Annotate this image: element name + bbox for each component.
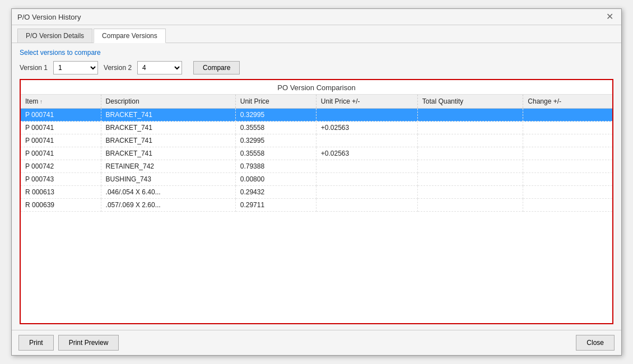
- footer-left: Print Print Preview: [18, 335, 119, 351]
- version-row: Version 1 1 2 3 4 Version 2 1 2 3 4 Comp…: [20, 61, 613, 74]
- version2-select[interactable]: 1 2 3 4: [137, 61, 182, 74]
- dialog-close-button[interactable]: ✕: [604, 12, 616, 21]
- table-cell-1: .057/.069 X 2.60...: [101, 199, 235, 212]
- panel-title: PO Version Comparison: [21, 80, 612, 95]
- compare-button[interactable]: Compare: [193, 61, 240, 74]
- table-cell-2: 0.00800: [235, 173, 316, 186]
- dialog-title: P/O Version History: [17, 13, 81, 21]
- table-cell-3: [316, 186, 417, 199]
- table-cell-2: 0.35558: [235, 147, 316, 160]
- table-cell-3: +0.02563: [316, 122, 417, 134]
- table-row[interactable]: P 000741BRACKET_7410.32995: [21, 134, 612, 147]
- table-cell-0: P 000743: [21, 173, 101, 186]
- table-cell-1: BUSHING_743: [101, 173, 235, 186]
- footer: Print Print Preview Close: [12, 330, 621, 355]
- table-cell-4: [417, 160, 523, 173]
- table-cell-4: [417, 122, 523, 134]
- table-row[interactable]: R 000613.046/.054 X 6.40...0.29432: [21, 186, 612, 199]
- tab-bar: P/O Version Details Compare Versions: [12, 25, 621, 43]
- table-cell-3: [316, 173, 417, 186]
- close-button[interactable]: Close: [576, 335, 615, 351]
- dialog: P/O Version History ✕ P/O Version Detail…: [11, 8, 622, 356]
- select-versions-link[interactable]: Select versions to compare: [20, 49, 613, 57]
- table-cell-2: 0.29711: [235, 199, 316, 212]
- table-cell-3: [316, 134, 417, 147]
- version1-label: Version 1: [20, 64, 48, 72]
- table-cell-2: 0.32995: [235, 134, 316, 147]
- table-cell-0: P 000741: [21, 134, 101, 147]
- table-cell-0: P 000741: [21, 122, 101, 134]
- table-cell-1: BRACKET_741: [101, 122, 235, 134]
- col-header-unit-price-diff[interactable]: Unit Price +/-: [316, 95, 417, 109]
- col-header-total-quantity[interactable]: Total Quantity: [417, 95, 523, 109]
- table-row[interactable]: R 000639.057/.069 X 2.60...0.29711: [21, 199, 612, 212]
- table-cell-0: R 000613: [21, 186, 101, 199]
- table-cell-5: [523, 134, 612, 147]
- print-preview-button[interactable]: Print Preview: [58, 335, 119, 351]
- table-cell-0: P 000741: [21, 109, 101, 122]
- table-cell-1: .046/.054 X 6.40...: [101, 186, 235, 199]
- version2-label: Version 2: [104, 64, 132, 72]
- table-cell-5: [523, 186, 612, 199]
- table-cell-3: [316, 160, 417, 173]
- table-cell-0: P 000742: [21, 160, 101, 173]
- table-cell-3: [316, 109, 417, 122]
- table-cell-3: +0.02563: [316, 147, 417, 160]
- table-cell-5: [523, 173, 612, 186]
- table-cell-4: [417, 134, 523, 147]
- table-cell-0: R 000639: [21, 199, 101, 212]
- table-cell-4: [417, 109, 523, 122]
- print-button[interactable]: Print: [18, 335, 54, 351]
- table-row[interactable]: P 000741BRACKET_7410.35558+0.02563: [21, 122, 612, 134]
- table-cell-0: P 000741: [21, 147, 101, 160]
- table-cell-4: [417, 173, 523, 186]
- table-row[interactable]: P 000741BRACKET_7410.32995: [21, 109, 612, 122]
- table-cell-5: [523, 147, 612, 160]
- table-cell-2: 0.35558: [235, 122, 316, 134]
- table-cell-3: [316, 199, 417, 212]
- table-cell-5: [523, 109, 612, 122]
- table-cell-5: [523, 199, 612, 212]
- version1-select[interactable]: 1 2 3 4: [53, 61, 98, 74]
- table-cell-4: [417, 199, 523, 212]
- comparison-table: Item Description Unit Price Unit Price +…: [21, 95, 612, 212]
- table-body: P 000741BRACKET_7410.32995P 000741BRACKE…: [21, 109, 612, 212]
- table-cell-1: RETAINER_742: [101, 160, 235, 173]
- table-cell-4: [417, 147, 523, 160]
- col-header-item[interactable]: Item: [21, 95, 101, 109]
- table-cell-1: BRACKET_741: [101, 147, 235, 160]
- table-cell-2: 0.29432: [235, 186, 316, 199]
- table-cell-5: [523, 160, 612, 173]
- comparison-panel: PO Version Comparison Item Description U…: [20, 79, 613, 324]
- content-area: Select versions to compare Version 1 1 2…: [12, 43, 621, 330]
- title-bar: P/O Version History ✕: [12, 9, 621, 25]
- table-cell-1: BRACKET_741: [101, 134, 235, 147]
- table-container: Item Description Unit Price Unit Price +…: [21, 95, 612, 323]
- tab-po-version-details[interactable]: P/O Version Details: [17, 29, 92, 43]
- col-header-description[interactable]: Description: [101, 95, 235, 109]
- table-row[interactable]: P 000741BRACKET_7410.35558+0.02563: [21, 147, 612, 160]
- table-cell-4: [417, 186, 523, 199]
- table-row[interactable]: P 000743BUSHING_7430.00800: [21, 173, 612, 186]
- table-row[interactable]: P 000742RETAINER_7420.79388: [21, 160, 612, 173]
- table-cell-2: 0.79388: [235, 160, 316, 173]
- table-cell-2: 0.32995: [235, 109, 316, 122]
- col-header-unit-price[interactable]: Unit Price: [235, 95, 316, 109]
- col-header-change-diff[interactable]: Change +/-: [523, 95, 612, 109]
- table-cell-5: [523, 122, 612, 134]
- table-cell-1: BRACKET_741: [101, 109, 235, 122]
- table-header-row: Item Description Unit Price Unit Price +…: [21, 95, 612, 109]
- tab-compare-versions[interactable]: Compare Versions: [94, 29, 166, 43]
